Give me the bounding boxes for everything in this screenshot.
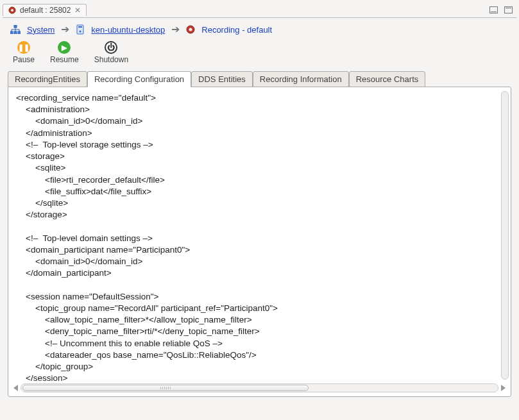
scroll-left-icon[interactable]: [13, 385, 18, 391]
resume-icon: ▶: [58, 41, 71, 54]
shutdown-label: Shutdown: [94, 55, 128, 64]
svg-rect-2: [14, 25, 17, 28]
svg-point-1: [11, 9, 13, 12]
pause-label: Pause: [13, 55, 35, 64]
vertical-scrollbar[interactable]: [501, 91, 509, 380]
svg-rect-8: [10, 31, 13, 34]
close-tab-icon[interactable]: ✕: [74, 6, 81, 15]
pause-button[interactable]: ❚❚ Pause: [13, 41, 35, 64]
tab-resource-charts[interactable]: Resource Charts: [349, 71, 426, 87]
svg-point-15: [189, 28, 192, 31]
resume-label: Resume: [50, 55, 79, 64]
tab-recording-configuration[interactable]: Recording Configuration: [87, 71, 191, 87]
xml-config-text[interactable]: <recording_service name="default"> <admi…: [10, 90, 509, 382]
svg-rect-12: [78, 26, 82, 28]
svg-rect-9: [14, 31, 17, 34]
tab-dds-entities[interactable]: DDS Entities: [191, 71, 253, 87]
recording-service-icon: [186, 25, 195, 34]
window-tab-title: default : 25802: [20, 6, 71, 15]
action-toolbar: ❚❚ Pause ▶ Resume ⏻ Shutdown: [3, 38, 516, 71]
window-tab-bar: default : 25802 ✕: [3, 3, 516, 18]
window-controls: [489, 6, 516, 13]
system-tree-icon: [10, 25, 21, 34]
content-tab-bar: RecordingEntities Recording Configuratio…: [3, 71, 516, 87]
tab-recording-information[interactable]: Recording Information: [253, 71, 349, 87]
pause-icon: ❚❚: [17, 41, 30, 54]
tab-recording-entities[interactable]: RecordingEntities: [8, 71, 87, 87]
shutdown-icon: ⏻: [105, 41, 117, 54]
horizontal-scrollbar[interactable]: [21, 383, 498, 392]
breadcrumb: System ➔ ken-ubuntu-desktop ➔ Recording …: [3, 18, 516, 38]
minimize-icon[interactable]: [489, 6, 498, 13]
breadcrumb-system-link[interactable]: System: [27, 25, 55, 35]
recording-dot-icon: [8, 6, 16, 14]
content-pane: <recording_service name="default"> <admi…: [8, 87, 511, 397]
breadcrumb-host-link[interactable]: ken-ubuntu-desktop: [91, 25, 165, 35]
shutdown-button[interactable]: ⏻ Shutdown: [94, 41, 128, 64]
horizontal-scrollbar-thumb[interactable]: [22, 385, 309, 391]
maximize-icon[interactable]: [504, 6, 513, 13]
horizontal-scrollbar-container: [10, 382, 509, 395]
svg-point-13: [80, 31, 81, 33]
window-tab[interactable]: default : 25802 ✕: [3, 4, 87, 16]
resume-button[interactable]: ▶ Resume: [50, 41, 79, 64]
svg-rect-10: [18, 31, 21, 34]
scroll-right-icon[interactable]: [501, 385, 506, 391]
breadcrumb-recording-label: Recording - default: [201, 25, 272, 35]
host-icon: [76, 24, 85, 35]
